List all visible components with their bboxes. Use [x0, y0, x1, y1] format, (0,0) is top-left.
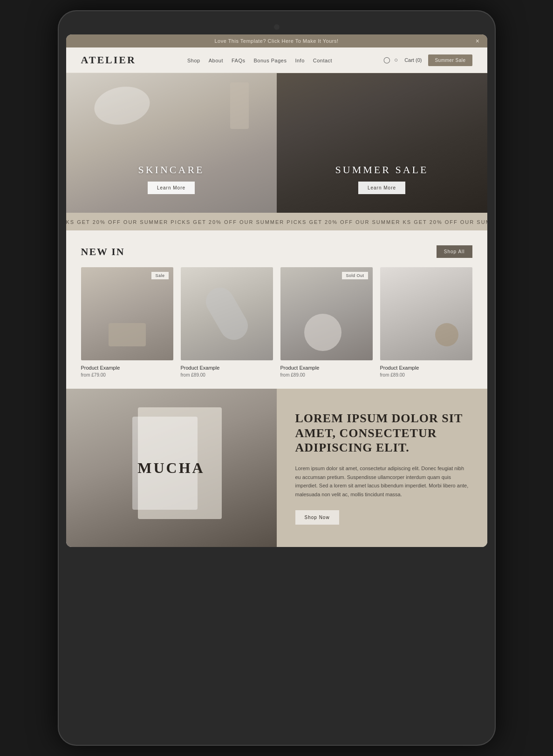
product-name-2: Product Example: [181, 365, 273, 371]
hero-right-content: SUMMER SALE Learn More: [335, 164, 429, 194]
feature-title: LOREM IPSUM DOLOR SIT AMET, CONSECTETUR …: [295, 411, 469, 455]
nav-links: Shop About FAQs Bonus Pages Info Contact: [187, 56, 332, 64]
nav-link-contact[interactable]: Contact: [313, 58, 332, 63]
navbar: ATELIER Shop About FAQs Bonus Pages Info…: [66, 47, 487, 73]
hero-skincare-btn[interactable]: Learn More: [148, 182, 195, 194]
section-title: NEW IN: [81, 246, 125, 258]
product-badge-1: Sale: [151, 272, 168, 279]
product-price-4: from £89.00: [380, 372, 472, 378]
product-price-3: from £89.00: [280, 372, 373, 378]
nav-link-shop[interactable]: Shop: [187, 58, 200, 63]
marquee-strip: KS GET 20% OFF OUR SUMMER PICKS GET 20% …: [66, 213, 487, 230]
nav-link-about[interactable]: About: [209, 58, 223, 63]
feature-section: MUCHA LOREM IPSUM DOLOR SIT AMET, CONSEC…: [66, 389, 487, 547]
instagram-icon[interactable]: ◯: [383, 56, 390, 64]
product-card-2: Product Example from £89.00: [181, 267, 273, 378]
announcement-close[interactable]: ×: [476, 37, 480, 45]
nav-link-faqs[interactable]: FAQs: [232, 58, 246, 63]
products-grid: Sale Product Example from £79.00 Product…: [81, 267, 472, 378]
nav-right: ◯ ○ Cart (0) Summer Sale: [383, 54, 472, 66]
product-card-1: Sale Product Example from £79.00: [81, 267, 173, 378]
feature-content: LOREM IPSUM DOLOR SIT AMET, CONSECTETUR …: [277, 389, 487, 547]
announcement-bar: Love This Template? Click Here To Make I…: [66, 34, 487, 47]
tablet-frame: Love This Template? Click Here To Make I…: [58, 10, 496, 746]
product-image-4[interactable]: [380, 267, 472, 360]
product-image-2[interactable]: [181, 267, 273, 360]
tablet-screen: Love This Template? Click Here To Make I…: [66, 34, 487, 547]
feature-shop-now-button[interactable]: Shop Now: [295, 510, 339, 525]
nav-cart[interactable]: Cart (0): [404, 57, 422, 63]
feature-image: MUCHA: [66, 389, 277, 547]
nav-icons: ◯ ○: [383, 56, 398, 64]
shop-all-button[interactable]: Shop All: [437, 245, 472, 258]
product-card-4: Product Example from £89.00: [380, 267, 472, 378]
product-badge-3: Sold Out: [342, 272, 368, 279]
product-image-1[interactable]: Sale: [81, 267, 173, 360]
hero-sale-btn[interactable]: Learn More: [358, 182, 405, 194]
hero-left: SKINCARE Learn More: [66, 73, 277, 213]
tablet-camera: [274, 24, 280, 30]
feature-text: Lorem ipsum dolor sit amet, consectetur …: [295, 464, 469, 499]
product-price-2: from £89.00: [181, 372, 273, 378]
marquee-text: KS GET 20% OFF OUR SUMMER PICKS GET 20% …: [66, 219, 487, 225]
nav-link-info[interactable]: Info: [295, 58, 304, 63]
mucha-label: MUCHA: [137, 459, 205, 477]
hero-right: SUMMER SALE Learn More: [277, 73, 487, 213]
new-in-section: NEW IN Shop All Sale Product Example fro…: [66, 230, 487, 389]
product-image-3[interactable]: Sold Out: [280, 267, 373, 360]
product-name-3: Product Example: [280, 365, 373, 371]
nav-sale-button[interactable]: Summer Sale: [428, 54, 472, 66]
nav-link-bonus[interactable]: Bonus Pages: [253, 58, 287, 63]
product-name-1: Product Example: [81, 365, 173, 371]
product-card-3: Sold Out Product Example from £89.00: [280, 267, 373, 378]
hero-skincare-title: SKINCARE: [138, 164, 204, 176]
pinterest-icon[interactable]: ○: [394, 56, 398, 64]
product-name-4: Product Example: [380, 365, 472, 371]
announcement-text: Love This Template? Click Here To Make I…: [214, 38, 338, 44]
hero-sale-title: SUMMER SALE: [335, 164, 429, 176]
section-header: NEW IN Shop All: [81, 245, 472, 258]
logo[interactable]: ATELIER: [81, 54, 136, 66]
hero-left-content: SKINCARE Learn More: [138, 164, 204, 194]
hero-grid: SKINCARE Learn More SUMMER SALE Learn Mo…: [66, 73, 487, 213]
product-price-1: from £79.00: [81, 372, 173, 378]
